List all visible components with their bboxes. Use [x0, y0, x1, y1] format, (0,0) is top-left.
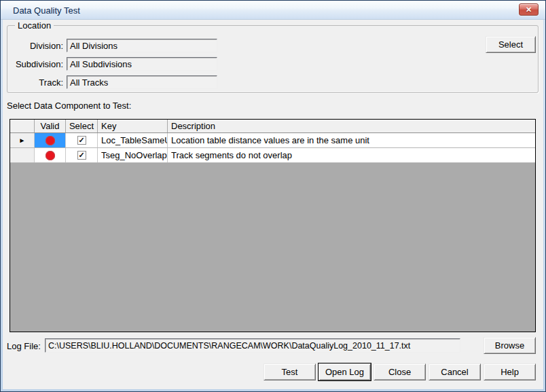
- open-log-button[interactable]: Open Log: [318, 363, 371, 380]
- subdivision-field[interactable]: All Subdivisions: [67, 57, 217, 71]
- grid-header-rowselector: [10, 120, 35, 132]
- data-quality-test-dialog: Data Quality Test ✕ Location Division: A…: [0, 0, 546, 392]
- check-icon: ✓: [78, 137, 84, 144]
- track-field[interactable]: All Tracks: [67, 75, 217, 89]
- key-cell[interactable]: Loc_TableSameUnit: [98, 133, 168, 147]
- subdivision-value: All Subdivisions: [70, 59, 132, 69]
- close-button[interactable]: ✕: [519, 3, 539, 16]
- track-label: Track:: [10, 77, 67, 88]
- row-checkbox[interactable]: ✓: [77, 151, 86, 160]
- close-icon: ✕: [526, 5, 532, 14]
- track-value: All Tracks: [70, 77, 108, 88]
- log-file-label: Log File:: [7, 341, 41, 351]
- grid-header-select[interactable]: Select: [66, 120, 98, 132]
- dialog-body: Location Division: All Divisions Subdivi…: [3, 20, 543, 389]
- division-value: All Divisions: [70, 41, 117, 51]
- row-selector-cell[interactable]: [10, 148, 35, 162]
- select-cell[interactable]: ✓: [66, 148, 98, 162]
- help-button[interactable]: Help: [484, 363, 536, 380]
- select-button[interactable]: Select: [486, 36, 536, 53]
- division-field[interactable]: All Divisions: [67, 39, 217, 52]
- browse-button[interactable]: Browse: [484, 337, 536, 354]
- window-frame: Location Division: All Divisions Subdivi…: [1, 20, 545, 391]
- log-file-field[interactable]: C:\USERS\BLIU.HOLLAND\DOCUMENTS\RANGECAM…: [45, 338, 460, 353]
- grid-header-key[interactable]: Key: [98, 120, 168, 132]
- table-row[interactable]: ► ✓ Loc_TableSameUnit Location table dis…: [10, 133, 535, 148]
- description-cell[interactable]: Location table distance values are in th…: [168, 133, 535, 147]
- key-cell[interactable]: Tseg_NoOverlap: [98, 148, 168, 162]
- valid-indicator-icon: [46, 136, 55, 145]
- titlebar[interactable]: Data Quality Test ✕: [1, 1, 545, 20]
- valid-cell[interactable]: [35, 133, 66, 147]
- log-file-path: C:\USERS\BLIU.HOLLAND\DOCUMENTS\RANGECAM…: [48, 341, 410, 351]
- division-label: Division:: [10, 41, 67, 51]
- component-grid[interactable]: Valid Select Key Description ► ✓: [10, 119, 536, 332]
- location-groupbox: Location Division: All Divisions Subdivi…: [7, 25, 539, 93]
- valid-cell[interactable]: [35, 148, 66, 162]
- check-icon: ✓: [78, 152, 84, 159]
- current-row-pointer-icon: ►: [19, 137, 26, 144]
- grid-header-description[interactable]: Description: [168, 120, 535, 132]
- close-button-bottom[interactable]: Close: [374, 363, 426, 380]
- grid-header-row: Valid Select Key Description: [10, 120, 535, 133]
- test-button[interactable]: Test: [263, 363, 316, 380]
- window-title: Data Quality Test: [1, 5, 80, 16]
- valid-indicator-icon: [46, 151, 55, 160]
- row-checkbox[interactable]: ✓: [77, 136, 86, 145]
- location-group-label: Location: [15, 20, 54, 31]
- action-button-row: Test Open Log Close Cancel Help: [263, 363, 536, 380]
- grid-header-valid[interactable]: Valid: [35, 120, 66, 132]
- select-cell[interactable]: ✓: [66, 133, 98, 147]
- subdivision-label: Subdivision:: [10, 59, 67, 69]
- table-row[interactable]: ✓ Tseg_NoOverlap Track segments do not o…: [10, 148, 535, 163]
- description-cell[interactable]: Track segments do not overlap: [168, 148, 535, 162]
- component-section-label: Select Data Component to Test:: [7, 101, 131, 111]
- row-selector-cell[interactable]: ►: [10, 133, 35, 147]
- cancel-button[interactable]: Cancel: [429, 363, 481, 380]
